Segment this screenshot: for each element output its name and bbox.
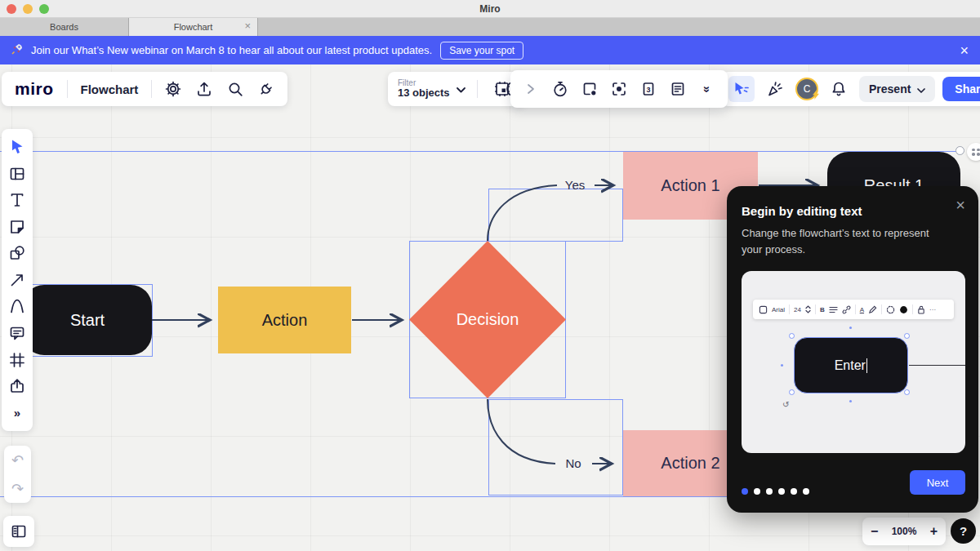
mini-border-color-icon	[886, 305, 895, 314]
pagination-dot[interactable]	[742, 488, 748, 495]
more-tools-icon[interactable]: »	[6, 402, 29, 424]
pagination-dot[interactable]	[754, 488, 760, 495]
chevron-down-icon	[917, 82, 925, 96]
node-start[interactable]: Start	[23, 285, 152, 355]
mini-format-toolbar: Arial 24 B A ···	[753, 300, 954, 319]
mini-pencil-icon	[868, 305, 877, 314]
text-caret	[866, 358, 868, 373]
pen-tool-icon[interactable]	[6, 295, 29, 318]
rocket-icon	[11, 43, 23, 57]
tab-boards[interactable]: Boards	[0, 18, 129, 36]
sticky-note-tool-icon[interactable]	[6, 216, 29, 238]
mini-lock-icon	[917, 305, 925, 314]
mini-align-icon	[829, 306, 838, 313]
miro-logo[interactable]: miro	[10, 79, 59, 99]
node-action1-label: Action 1	[661, 176, 719, 195]
templates-tool-icon[interactable]	[6, 162, 29, 185]
settings-icon[interactable]	[160, 76, 186, 102]
mini-connector-line	[909, 365, 965, 366]
board-canvas[interactable]: Yes No Start Action Decision Action 1 Ac…	[0, 64, 980, 551]
selection-menu-button[interactable]	[967, 143, 980, 161]
collapse-icon[interactable]: »	[693, 76, 721, 102]
mini-font-name: Arial	[772, 306, 785, 313]
zoom-in-button[interactable]: +	[930, 524, 938, 539]
tab-flowchart[interactable]: Flowchart ×	[129, 18, 258, 36]
next-button[interactable]: Next	[910, 470, 965, 495]
mini-node: Enter	[794, 337, 908, 393]
zoom-level[interactable]: 100%	[892, 526, 917, 537]
pagination-dot[interactable]	[778, 488, 785, 495]
mini-rotate-handle: ↺	[782, 400, 789, 409]
focus-spotlight-icon[interactable]	[605, 76, 633, 102]
main-toolbar: miro Flowchart	[2, 72, 287, 106]
pagination-dot[interactable]	[791, 488, 797, 495]
search-icon[interactable]	[222, 76, 248, 102]
save-your-spot-button[interactable]: Save your spot	[440, 42, 523, 60]
export-frame-icon[interactable]	[576, 76, 604, 102]
panel-icon	[10, 522, 28, 540]
comment-tool-icon[interactable]	[6, 322, 29, 344]
connection-line-tool-icon[interactable]	[6, 269, 29, 291]
miro-app-window: Miro Boards Flowchart × Join our What’s …	[0, 0, 980, 551]
tab-close-icon[interactable]: ×	[244, 20, 251, 32]
macos-titlebar: Miro	[0, 0, 980, 18]
undo-icon[interactable]: ↶	[11, 451, 24, 469]
node-decision-label: Decision	[409, 241, 566, 398]
history-toolbar: ↶ ↷	[4, 446, 31, 503]
notes-icon[interactable]	[664, 76, 692, 102]
share-button[interactable]: Share	[942, 77, 980, 101]
filter-dropdown[interactable]: Filter 13 objects	[398, 78, 466, 99]
tutorial-popup: × Begin by editing text Change the flowc…	[727, 186, 978, 513]
mini-shape-icon	[759, 305, 768, 314]
pagination-dot[interactable]	[766, 488, 773, 495]
node-action[interactable]: Action	[218, 287, 351, 353]
popup-title: Begin by editing text	[742, 204, 964, 218]
export-icon[interactable]	[191, 76, 217, 102]
avatar[interactable]: C	[795, 78, 818, 100]
mini-more-icon: ···	[929, 306, 936, 313]
banner-text: Join our What’s New webinar on March 8 t…	[31, 44, 432, 56]
text-tool-icon[interactable]	[6, 189, 29, 211]
panel-toggle-button[interactable]	[3, 516, 34, 547]
mini-handle-br	[904, 389, 910, 395]
present-button[interactable]: Present	[859, 76, 935, 102]
integrations-icon[interactable]	[253, 76, 279, 102]
popup-close-icon[interactable]: ×	[956, 196, 965, 215]
node-decision[interactable]: Decision	[409, 241, 566, 398]
mini-handle-tl	[789, 333, 795, 339]
slides-icon[interactable]: 3	[635, 76, 662, 102]
popup-pagination	[742, 488, 809, 495]
pagination-dot[interactable]	[803, 488, 809, 495]
collaboration-toolbar: C Present Share	[722, 72, 980, 106]
redo-icon[interactable]: ↷	[11, 480, 24, 498]
notifications-icon[interactable]	[826, 76, 852, 102]
popup-illustration: Arial 24 B A ···	[742, 271, 965, 453]
svg-text:3: 3	[646, 86, 650, 94]
chevron-right-icon[interactable]	[517, 76, 545, 102]
reactions-icon[interactable]	[762, 76, 788, 102]
mini-handle-tr	[904, 333, 910, 339]
shapes-tool-icon[interactable]	[6, 242, 29, 264]
tools-overlay-toolbar: 3 »	[510, 70, 728, 108]
timer-icon[interactable]	[546, 76, 574, 102]
popup-body: Change the flowchart’s text to represent…	[742, 225, 946, 257]
mini-stepper-icon	[805, 305, 811, 313]
select-tool-icon[interactable]	[6, 136, 29, 158]
mini-fill-color-icon	[899, 305, 908, 314]
zoom-toolbar: − 100% +	[862, 518, 946, 545]
frame-tool-icon[interactable]	[6, 349, 29, 371]
banner-close-icon[interactable]: ×	[960, 43, 969, 58]
help-button[interactable]: ?	[951, 518, 976, 544]
node-start-label: Start	[70, 311, 105, 330]
pointer-icon[interactable]	[728, 76, 755, 102]
avatar-initial: C	[804, 83, 811, 95]
board-name[interactable]: Flowchart	[76, 82, 144, 96]
mini-text-color-icon: A	[860, 306, 864, 313]
connector-yes-bounds	[488, 189, 623, 242]
mini-font-size: 24	[794, 306, 801, 313]
mini-edge-dot-top	[849, 327, 852, 329]
node-action2-label: Action 2	[661, 454, 719, 473]
selection-resize-handle[interactable]	[956, 146, 964, 155]
upload-tool-icon[interactable]	[6, 375, 29, 398]
zoom-out-button[interactable]: −	[871, 524, 878, 539]
